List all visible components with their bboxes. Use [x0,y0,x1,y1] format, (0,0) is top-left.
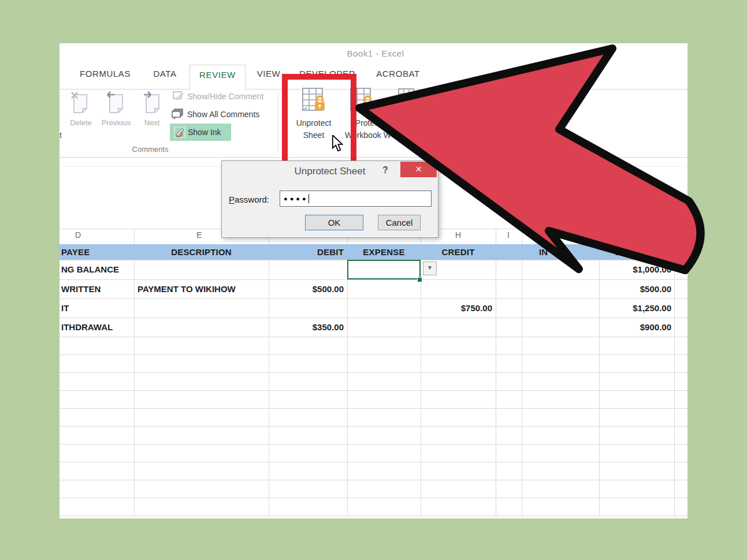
ok-button[interactable]: OK [305,215,363,230]
show-ink-label: Show Ink [188,128,221,137]
column-letter-e[interactable]: E [188,230,211,240]
gridline-horizontal [60,426,687,427]
gridline-horizontal [60,444,687,445]
delete-comment-icon[interactable] [69,90,90,113]
tab-data[interactable]: DATA [149,69,181,83]
cancel-button[interactable]: Cancel [378,215,421,230]
show-hide-comment-button[interactable]: Show/Hide Comment [187,92,263,101]
tab-formulas[interactable]: FORMULAS [79,69,132,83]
gridline-horizontal [60,279,687,280]
show-ink-icon [174,126,185,138]
fill-handle[interactable] [417,277,422,282]
password-masked-value: ●●●● [284,195,309,202]
password-input[interactable]: ●●●● [280,191,432,207]
cell-payee-r4[interactable]: ITHDRAWAL [61,322,113,332]
dialog-help-button[interactable]: ? [382,165,388,176]
cell-balance-r3[interactable]: $1,250.00 [599,303,671,313]
column-letter-h[interactable]: H [447,230,470,240]
header-expense: EXPENSE [347,247,421,257]
gridline-horizontal [60,298,687,299]
show-hide-comment-icon [173,91,183,100]
text-caret [309,194,309,203]
column-letter-i[interactable]: I [497,230,520,240]
password-label: Password: [229,195,269,204]
header-interest-partial: IN [539,247,548,257]
tab-acrobat[interactable]: ACROBAT [376,69,421,83]
gridline-horizontal [60,516,687,516]
gridline-horizontal [60,408,687,409]
gridline-vertical [496,229,496,516]
unprotect-sheet-dialog: Unprotect Sheet ? ✕ Password: ●●●● OK Ca… [221,160,438,238]
gridline-vertical [421,229,421,516]
cell-credit-r3[interactable]: $750.00 [421,303,492,313]
gridline-horizontal [60,390,687,391]
window-title: Book1 - Excel [324,48,428,58]
close-icon: ✕ [415,165,422,174]
dropdown-arrow-icon: ▼ [427,264,433,271]
next-comment-icon[interactable] [142,90,162,113]
gridline-horizontal [60,480,687,480]
clipped-text-fragment: t [60,130,64,140]
cell-description-r2[interactable]: PAYMENT TO WIKIHOW [137,284,236,294]
share-workbook-icon[interactable] [397,88,415,103]
header-debit: DEBIT [269,247,344,257]
excel-window [60,43,687,518]
previous-comment-label: Previous [98,118,134,127]
cell-dropdown-button[interactable]: ▼ [423,262,437,275]
header-payee: PAYEE [61,247,90,257]
show-all-comments-icon [172,109,183,119]
ribbon-group-separator [278,91,278,152]
column-letter-d[interactable]: D [66,230,90,240]
gridline-vertical [674,229,675,516]
cell-debit-r4[interactable]: $350.00 [269,322,344,332]
ribbon-bottom-border [60,157,687,158]
gridline-horizontal [60,372,687,373]
cell-balance-r4[interactable]: $900.00 [599,322,671,332]
column-letter-k[interactable]: K [625,230,648,240]
gridline-vertical [522,229,522,516]
selected-cell[interactable] [347,260,421,279]
cell-payee-r2[interactable]: WRITTEN [61,284,101,294]
gridline-horizontal [60,337,687,337]
comments-group-label: Comments [121,145,179,154]
gridline-vertical [134,229,135,516]
cell-payee-r3[interactable]: IT [61,303,69,313]
delete-comment-label: Delete [67,118,95,127]
gridline-horizontal [60,354,687,355]
header-credit: CREDIT [421,247,496,257]
cell-balance-r2[interactable]: $500.00 [599,284,671,294]
show-all-comments-button[interactable]: Show All Comments [187,110,259,119]
gridline-horizontal [60,318,687,318]
gridline-horizontal [60,462,687,462]
cell-balance-r1[interactable]: $1,000.00 [599,264,671,274]
cell-debit-r2[interactable]: $500.00 [269,284,344,294]
highlight-box [282,74,356,167]
gridline-horizontal [60,498,687,498]
header-description: DESCRIPTION [134,247,269,257]
dialog-close-button[interactable]: ✕ [400,162,437,177]
tab-review[interactable]: REVIEW [189,65,246,90]
gridline-vertical [269,229,269,516]
cell-payee-r1[interactable]: NG BALANCE [61,264,119,274]
mouse-cursor-icon [332,135,343,152]
header-balance: BALANCE [599,247,674,257]
next-comment-label: Next [140,118,163,127]
previous-comment-icon[interactable] [105,90,126,113]
tab-view[interactable]: VIEW [251,69,286,83]
wikihow-screenshot-page: Book1 - Excel FORMULAS DATA REVIEW VIEW … [0,0,747,560]
show-ink-button[interactable]: Show Ink [170,124,231,141]
